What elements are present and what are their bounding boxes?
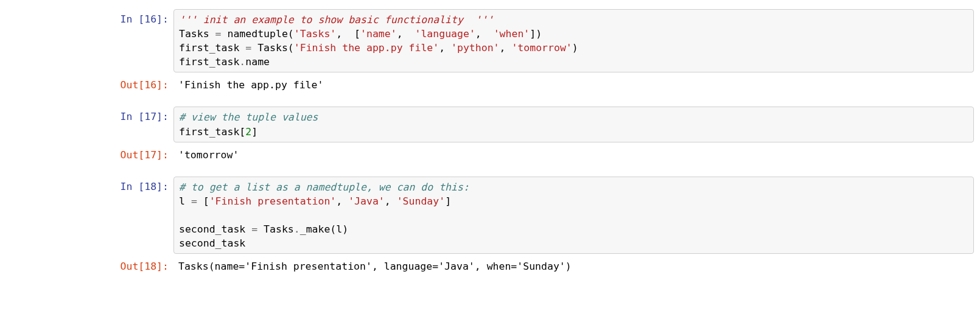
output-cell-16: Out[16]: 'Finish the app.py file' — [0, 75, 980, 95]
output-text: 'Finish the app.py file' — [178, 78, 969, 92]
input-cell-17: In [17]: # view the tuple values first_t… — [0, 107, 980, 142]
code-input-area[interactable]: # view the tuple values first_task[2] — [173, 107, 974, 142]
input-prompt-label: In [16]: — [0, 9, 173, 72]
input-prompt-label: In [17]: — [0, 107, 173, 142]
code-output-area: 'tomorrow' — [173, 145, 974, 165]
code-text: # view the tuple values first_task[2] — [179, 110, 968, 138]
input-prompt-label: In [18]: — [0, 177, 173, 254]
code-output-area: 'Finish the app.py file' — [173, 75, 974, 95]
output-prompt-label: Out[18]: — [0, 256, 173, 276]
input-cell-18: In [18]: # to get a list as a namedtuple… — [0, 177, 980, 254]
output-prompt-label: Out[17]: — [0, 145, 173, 165]
code-text: ''' init an example to show basic functi… — [179, 13, 968, 69]
input-cell-16: In [16]: ''' init an example to show bas… — [0, 9, 980, 72]
output-text: Tasks(name='Finish presentation', langua… — [178, 259, 969, 273]
code-input-area[interactable]: ''' init an example to show basic functi… — [173, 9, 974, 72]
output-prompt-label: Out[16]: — [0, 75, 173, 95]
cell-spacer — [0, 167, 980, 177]
code-input-area[interactable]: # to get a list as a namedtuple, we can … — [173, 177, 974, 254]
code-text: # to get a list as a namedtuple, we can … — [179, 180, 968, 250]
cell-spacer — [0, 97, 980, 107]
output-text: 'tomorrow' — [178, 148, 969, 162]
output-cell-17: Out[17]: 'tomorrow' — [0, 145, 980, 165]
code-output-area: Tasks(name='Finish presentation', langua… — [173, 256, 974, 276]
output-cell-18: Out[18]: Tasks(name='Finish presentation… — [0, 256, 980, 276]
